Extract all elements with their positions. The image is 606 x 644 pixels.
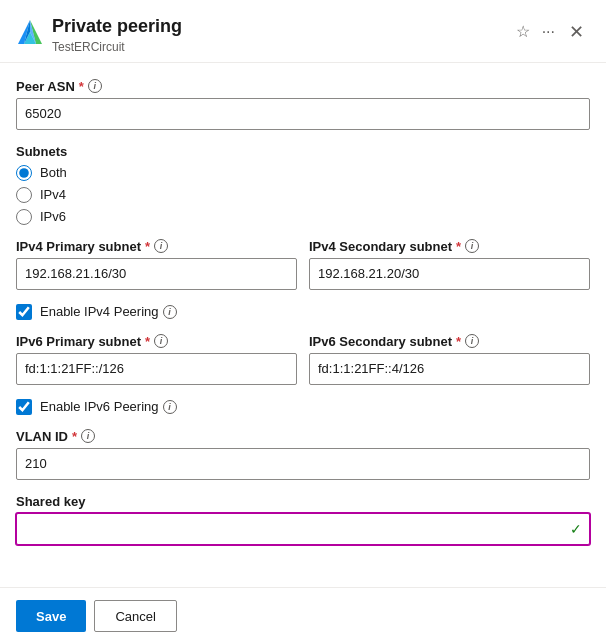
ipv6-primary-required: *	[145, 334, 150, 349]
enable-ipv4-peering-row: Enable IPv4 Peering i	[16, 304, 590, 320]
ipv6-secondary-label-text: IPv6 Secondary subnet	[309, 334, 452, 349]
subnets-label: Subnets	[16, 144, 590, 159]
ipv4-primary-field-group: IPv4 Primary subnet * i	[16, 239, 297, 290]
subnet-ipv6-label: IPv6	[40, 209, 66, 224]
panel-footer: Save Cancel	[0, 587, 606, 644]
peer-asn-required: *	[79, 79, 84, 94]
shared-key-label-text: Shared key	[16, 494, 85, 509]
more-options-button[interactable]: ···	[538, 21, 559, 43]
vlan-id-field-group: VLAN ID * i	[16, 429, 590, 480]
cancel-button[interactable]: Cancel	[94, 600, 176, 632]
header-title-group: Private peering TestERCircuit	[52, 16, 504, 54]
ipv4-primary-required: *	[145, 239, 150, 254]
panel-body: Peer ASN * i Subnets Both IPv4 IP	[0, 63, 606, 587]
subnet-both-radio[interactable]	[16, 165, 32, 181]
enable-ipv4-peering-label-text: Enable IPv4 Peering	[40, 304, 159, 319]
ipv6-primary-field-group: IPv6 Primary subnet * i	[16, 334, 297, 385]
ipv6-primary-label: IPv6 Primary subnet * i	[16, 334, 297, 349]
ipv4-primary-info-icon[interactable]: i	[154, 239, 168, 253]
subnet-both-label: Both	[40, 165, 67, 180]
enable-ipv4-peering-info-icon[interactable]: i	[163, 305, 177, 319]
enable-ipv6-peering-label-text: Enable IPv6 Peering	[40, 399, 159, 414]
enable-ipv6-peering-row: Enable IPv6 Peering i	[16, 399, 590, 415]
enable-ipv6-peering-checkbox[interactable]	[16, 399, 32, 415]
vlan-id-input[interactable]	[16, 448, 590, 480]
peer-asn-info-icon[interactable]: i	[88, 79, 102, 93]
subnet-ipv4-radio[interactable]	[16, 187, 32, 203]
ipv6-secondary-required: *	[456, 334, 461, 349]
ipv4-secondary-input[interactable]	[309, 258, 590, 290]
subnets-radio-group: Both IPv4 IPv6	[16, 165, 590, 225]
vlan-id-label: VLAN ID * i	[16, 429, 590, 444]
peer-asn-label-text: Peer ASN	[16, 79, 75, 94]
subnet-both-option[interactable]: Both	[16, 165, 590, 181]
header-actions: ☆ ··· ✕	[512, 20, 590, 43]
peer-asn-field-group: Peer ASN * i	[16, 79, 590, 130]
shared-key-input-wrapper: ✓	[16, 513, 590, 545]
ipv6-primary-info-icon[interactable]: i	[154, 334, 168, 348]
ipv4-secondary-label-text: IPv4 Secondary subnet	[309, 239, 452, 254]
enable-ipv4-peering-label: Enable IPv4 Peering i	[40, 304, 177, 319]
enable-ipv6-peering-label: Enable IPv6 Peering i	[40, 399, 177, 414]
ipv4-secondary-required: *	[456, 239, 461, 254]
panel-header: Private peering TestERCircuit ☆ ··· ✕	[0, 0, 606, 63]
vlan-id-info-icon[interactable]: i	[81, 429, 95, 443]
subnets-field-group: Subnets Both IPv4 IPv6	[16, 144, 590, 225]
ipv4-primary-label-text: IPv4 Primary subnet	[16, 239, 141, 254]
ipv4-secondary-field-group: IPv4 Secondary subnet * i	[309, 239, 590, 290]
pin-button[interactable]: ☆	[512, 20, 534, 43]
subnet-ipv4-label: IPv4	[40, 187, 66, 202]
shared-key-label: Shared key	[16, 494, 590, 509]
ipv4-primary-input[interactable]	[16, 258, 297, 290]
shared-key-input[interactable]	[16, 513, 590, 545]
peer-asn-label: Peer ASN * i	[16, 79, 590, 94]
close-button[interactable]: ✕	[563, 21, 590, 43]
ipv4-subnet-row: IPv4 Primary subnet * i IPv4 Secondary s…	[16, 239, 590, 290]
save-button[interactable]: Save	[16, 600, 86, 632]
vlan-id-required: *	[72, 429, 77, 444]
ipv6-secondary-input[interactable]	[309, 353, 590, 385]
ipv6-secondary-info-icon[interactable]: i	[465, 334, 479, 348]
panel-title: Private peering	[52, 16, 504, 38]
panel: Private peering TestERCircuit ☆ ··· ✕ Pe…	[0, 0, 606, 644]
subnet-ipv6-radio[interactable]	[16, 209, 32, 225]
ipv4-primary-label: IPv4 Primary subnet * i	[16, 239, 297, 254]
subnet-ipv4-option[interactable]: IPv4	[16, 187, 590, 203]
ipv6-subnet-row: IPv6 Primary subnet * i IPv6 Secondary s…	[16, 334, 590, 385]
panel-subtitle: TestERCircuit	[52, 40, 504, 54]
ipv6-primary-input[interactable]	[16, 353, 297, 385]
enable-ipv6-peering-info-icon[interactable]: i	[163, 400, 177, 414]
azure-logo-icon	[16, 18, 44, 46]
vlan-id-label-text: VLAN ID	[16, 429, 68, 444]
peer-asn-input[interactable]	[16, 98, 590, 130]
shared-key-field-group: Shared key ✓	[16, 494, 590, 545]
enable-ipv4-peering-checkbox[interactable]	[16, 304, 32, 320]
ipv6-secondary-field-group: IPv6 Secondary subnet * i	[309, 334, 590, 385]
ipv6-primary-label-text: IPv6 Primary subnet	[16, 334, 141, 349]
ipv4-secondary-info-icon[interactable]: i	[465, 239, 479, 253]
ipv4-secondary-label: IPv4 Secondary subnet * i	[309, 239, 590, 254]
subnet-ipv6-option[interactable]: IPv6	[16, 209, 590, 225]
ipv6-secondary-label: IPv6 Secondary subnet * i	[309, 334, 590, 349]
shared-key-checkmark-icon: ✓	[570, 521, 582, 537]
